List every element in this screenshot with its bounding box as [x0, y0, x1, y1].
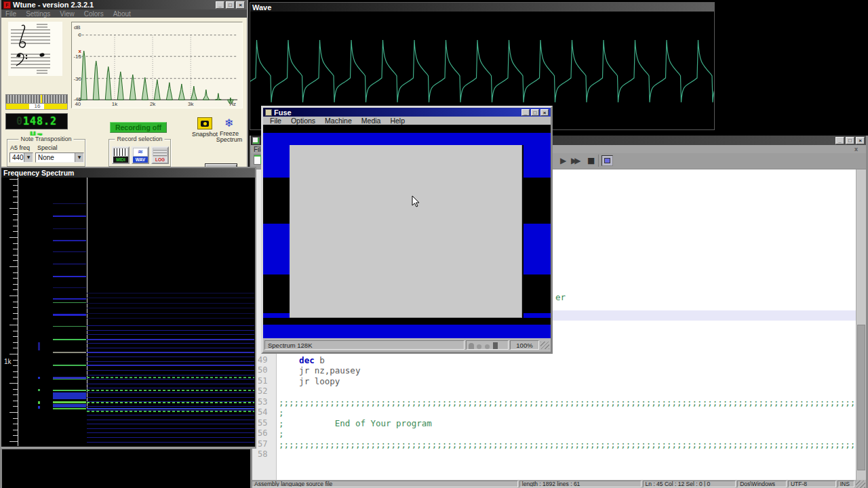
spectrum-titlebar[interactable]: Frequency Spectrum — [1, 168, 255, 178]
spectro-line — [13, 394, 18, 395]
spectro-line — [87, 442, 254, 443]
minimize-button[interactable]: _ — [521, 109, 530, 116]
menu-item-machine[interactable]: Machine — [321, 117, 356, 125]
resize-grip[interactable] — [856, 481, 865, 488]
record-wav-button[interactable]: ≈ WAV — [132, 146, 149, 164]
emulator-screen[interactable] — [263, 125, 551, 338]
spectro-line — [13, 336, 18, 337]
close-button[interactable]: × — [856, 137, 865, 144]
menu-item-file[interactable]: File — [266, 117, 285, 125]
spectro-line — [87, 343, 254, 344]
a5-freq-select[interactable]: 440 ▼ — [9, 152, 33, 163]
border-stripe — [524, 313, 551, 318]
desktop: Wave _ □ × File x ▶ ▶▶ ■ er — [0, 0, 868, 488]
maximize-button[interactable]: □ — [531, 109, 539, 116]
spectro-line — [87, 298, 254, 298]
record-midi-button[interactable]: MIDI — [112, 146, 130, 164]
close-pane-icon[interactable]: x — [854, 146, 858, 152]
spectro-line — [87, 377, 254, 378]
svg-text:dB: dB — [74, 24, 81, 30]
menu-item-help[interactable]: Help — [386, 117, 409, 125]
run-icon[interactable]: ▶ — [560, 155, 566, 166]
code-lines: 49 dec b50 jr nz,pausey51 jr loopy5253;;… — [251, 355, 856, 460]
spectro-line — [13, 284, 18, 285]
menu-item-settings[interactable]: Settings — [26, 10, 50, 18]
menu-item-options[interactable]: Options — [287, 117, 319, 125]
code-line[interactable]: 52 — [251, 386, 856, 396]
svg-text:40: 40 — [75, 101, 81, 107]
scrollbar-thumb[interactable] — [857, 325, 865, 470]
spectro-line — [53, 339, 86, 340]
snapshot-button[interactable] — [197, 117, 212, 129]
vertical-scrollbar[interactable] — [856, 169, 866, 480]
spectro-line — [53, 287, 86, 288]
close-button[interactable]: × — [540, 109, 549, 116]
special-select[interactable]: None ▼ — [35, 152, 84, 163]
record-log-button[interactable]: LOG — [151, 146, 169, 164]
border-stripe — [524, 145, 551, 178]
code-line[interactable]: 55; End of Your program — [251, 418, 856, 428]
menu-item-file[interactable]: File — [5, 10, 16, 18]
spectro-line — [9, 383, 18, 384]
close-button[interactable]: × — [236, 1, 245, 9]
resize-grip[interactable] — [540, 342, 549, 349]
tuning-meter: 16 — [5, 94, 68, 110]
spectro-line — [87, 390, 254, 391]
maximize-button[interactable]: □ — [846, 137, 854, 144]
spectro-line — [13, 307, 18, 308]
spectro-line — [13, 260, 18, 261]
recording-toggle-button[interactable]: Recording off — [110, 122, 167, 133]
menu-item-view[interactable]: View — [60, 10, 75, 18]
code-line[interactable]: 54; — [251, 407, 856, 418]
status-panel: Dos\Windows — [737, 481, 787, 487]
spectro-line — [53, 240, 86, 241]
border-stripe — [263, 145, 290, 178]
spectro-line — [87, 406, 254, 407]
border-stripe — [524, 178, 551, 224]
spectro-line — [9, 354, 18, 354]
fuse-titlebar[interactable]: Fuse _ □ × — [263, 108, 551, 117]
spectro-line — [13, 249, 18, 249]
code-line[interactable]: 58 — [251, 449, 856, 460]
border-stripe — [263, 274, 290, 313]
code-segment: jr nz,pausey — [279, 365, 360, 375]
spectro-line — [87, 437, 254, 438]
wtune-menubar: FileSettingsViewColorsAbout — [1, 9, 247, 18]
menu-item-media[interactable]: Media — [357, 117, 385, 125]
chevron-down-icon[interactable]: ▼ — [75, 153, 83, 162]
menu-item-about[interactable]: About — [113, 10, 131, 18]
minimize-button[interactable]: _ — [835, 137, 844, 144]
wave-titlebar[interactable]: Wave — [250, 3, 714, 12]
wave-icon: ≈ — [134, 148, 147, 156]
spectro-line — [13, 202, 18, 203]
code-line[interactable]: 50 jr nz,pausey — [251, 365, 856, 375]
code-segment: ; — [279, 407, 284, 418]
run-fast-icon[interactable]: ▶▶ — [571, 155, 578, 166]
spectrum-display-area — [290, 145, 522, 318]
clipped-comment-fragment: er — [555, 292, 566, 302]
svg-text:Hz: Hz — [229, 101, 236, 107]
spectro-line — [38, 389, 40, 391]
stop-icon[interactable]: ■ — [587, 155, 595, 166]
chevron-down-icon[interactable]: ▼ — [24, 153, 33, 162]
spectro-line — [87, 428, 254, 429]
spectro-line — [13, 418, 18, 419]
code-line[interactable]: 51 jr loopy — [251, 376, 856, 386]
code-line[interactable]: 56; — [251, 428, 856, 439]
code-line[interactable]: 57;;;;;;;;;;;;;;;;;;;;;;;;;;;;;;;;;;;;;;… — [251, 439, 856, 449]
spectro-line — [87, 365, 254, 366]
spectro-line — [87, 397, 254, 398]
code-text: ; — [277, 428, 856, 439]
spectro-line — [13, 360, 18, 361]
spectro-line — [53, 326, 86, 327]
freeze-spectrum-button[interactable]: ❄ — [222, 117, 236, 129]
code-line[interactable]: 49 dec b — [251, 355, 856, 365]
spectro-line — [53, 392, 86, 399]
wtune-window: F Wtune - version 2.3.2.1 _ □ × FileSett… — [0, 0, 248, 169]
maximize-button[interactable]: □ — [226, 1, 235, 9]
wtune-titlebar[interactable]: F Wtune - version 2.3.2.1 _ □ × — [1, 0, 247, 9]
menu-item-colors[interactable]: Colors — [84, 10, 104, 18]
code-line[interactable]: 53;;;;;;;;;;;;;;;;;;;;;;;;;;;;;;;;;;;;;;… — [251, 397, 856, 407]
emulator-window-icon[interactable] — [601, 155, 613, 166]
minimize-button[interactable]: _ — [216, 1, 224, 9]
